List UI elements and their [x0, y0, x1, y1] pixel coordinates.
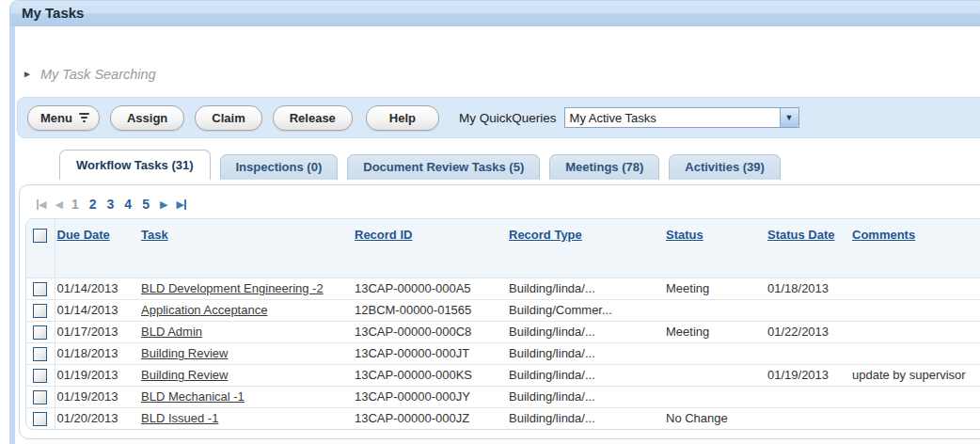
menu-dropdown-icon — [79, 113, 89, 122]
cell-status-date — [766, 299, 850, 321]
cell-status-date — [766, 342, 850, 364]
cell-status-date: 01/19/2013 — [766, 364, 850, 386]
column-header-status-date[interactable]: Status Date — [767, 228, 835, 242]
column-header-task[interactable]: Task — [141, 228, 168, 242]
cell-due-date: 01/18/2013 — [55, 342, 139, 364]
task-link[interactable]: Application Acceptance — [141, 303, 267, 317]
column-header-status[interactable]: Status — [666, 228, 703, 242]
page-number-3[interactable]: 3 — [107, 197, 115, 212]
task-link[interactable]: Building Review — [141, 346, 229, 360]
cell-status-date: 01/18/2013 — [766, 278, 850, 299]
cell-status-date: 01/22/2013 — [766, 321, 850, 342]
task-link[interactable]: Building Review — [141, 368, 229, 382]
page-number-5[interactable]: 5 — [142, 197, 150, 212]
cell-comments: update by supervisor — [850, 364, 980, 386]
page-number-2[interactable]: 2 — [89, 197, 97, 212]
column-header-record-type[interactable]: Record Type — [509, 228, 582, 242]
task-searching-label: My Task Searching — [40, 67, 156, 82]
tab-document-review-tasks[interactable]: Document Review Tasks (5) — [347, 154, 540, 180]
next-page-icon[interactable]: ▶ — [160, 199, 167, 210]
table-row: 01/18/2013 Building Review 13CAP-00000-0… — [26, 342, 980, 364]
cell-due-date: 01/19/2013 — [55, 386, 139, 407]
cell-due-date: 01/20/2013 — [55, 407, 139, 429]
cell-record-id: 13CAP-00000-000JT — [353, 342, 507, 364]
task-link[interactable]: BLD Mechanical -1 — [141, 389, 245, 404]
page-number-1: 1 — [71, 197, 79, 212]
tab-meetings[interactable]: Meetings (78) — [549, 154, 659, 180]
cell-record-type: Building/Commer... — [507, 299, 664, 321]
table-row: 01/19/2013 Building Review 13CAP-00000-0… — [26, 364, 980, 386]
cell-status — [664, 364, 766, 386]
select-arrow-glyph: ▼ — [785, 113, 794, 122]
assign-button[interactable]: Assign — [110, 105, 184, 131]
cell-comments — [850, 299, 980, 321]
cell-status — [664, 342, 766, 364]
cell-comments — [850, 321, 980, 342]
cell-due-date: 01/14/2013 — [55, 299, 139, 321]
help-button[interactable]: Help — [366, 105, 439, 131]
page-titlebar: My Tasks — [9, 0, 980, 26]
panel-left-border — [9, 26, 15, 444]
menu-button[interactable]: Menu — [27, 105, 100, 131]
task-link[interactable]: BLD Development Engineering -2 — [141, 281, 324, 295]
cell-record-type: Building/linda/... — [507, 407, 664, 429]
table-row: 01/19/2013 BLD Mechanical -1 13CAP-00000… — [26, 386, 980, 407]
table-row: 01/20/2013 BLD Issued -1 13CAP-00000-000… — [26, 407, 980, 429]
claim-button[interactable]: Claim — [195, 105, 261, 131]
cell-record-type: Building/linda/... — [507, 278, 664, 299]
task-searching-toggle[interactable]: ► My Task Searching — [23, 67, 156, 82]
last-page-icon[interactable]: ▶ — [176, 199, 185, 210]
table-row: 01/17/2013 BLD Admin 13CAP-00000-000C8 B… — [26, 321, 980, 342]
select-all-checkbox[interactable] — [33, 229, 47, 243]
release-button[interactable]: Release — [273, 105, 353, 131]
column-header-due-date[interactable]: Due Date — [57, 228, 110, 242]
collapse-arrow-icon: ► — [23, 70, 32, 79]
cell-comments — [850, 386, 980, 407]
workflow-tasks-panel: ◀ ◀ 1 2 3 4 5 ▶ ▶ Due Date Task — [19, 184, 980, 439]
task-table-body: 01/14/2013 BLD Development Engineering -… — [26, 278, 980, 429]
cell-record-type: Building/linda/... — [507, 321, 664, 342]
first-page-icon: ◀ — [37, 199, 46, 210]
cell-status: No Change — [664, 407, 766, 429]
cell-record-id: 13CAP-00000-000A5 — [353, 278, 507, 299]
column-header-record-id[interactable]: Record ID — [355, 228, 412, 242]
row-checkbox[interactable] — [33, 390, 47, 404]
page-title: My Tasks — [10, 1, 84, 25]
cell-record-type: Building/linda/... — [507, 386, 664, 407]
tab-workflow-tasks[interactable]: Workflow Tasks (31) — [59, 150, 211, 180]
cell-status-date — [766, 407, 850, 429]
cell-status: Meeting — [664, 321, 766, 342]
task-table: Due Date Task Record ID Record Type Stat… — [25, 218, 980, 430]
toolbar: Menu Assign Claim Release Help My QuickQ… — [17, 97, 980, 138]
table-header-row: Due Date Task Record ID Record Type Stat… — [26, 219, 980, 278]
cell-record-type: Building/linda/... — [507, 342, 664, 364]
column-header-comments[interactable]: Comments — [852, 228, 915, 242]
row-checkbox[interactable] — [33, 304, 47, 318]
tab-activities[interactable]: Activities (39) — [669, 154, 781, 180]
task-link[interactable]: BLD Admin — [141, 325, 202, 339]
cell-due-date: 01/19/2013 — [55, 364, 139, 386]
cell-status — [664, 386, 766, 407]
cell-status-date — [766, 386, 850, 407]
cell-status — [664, 299, 766, 321]
page-number-4[interactable]: 4 — [124, 197, 132, 212]
cell-record-id: 13CAP-00000-000JY — [353, 386, 507, 407]
row-checkbox[interactable] — [33, 282, 47, 296]
table-row: 01/14/2013 Application Acceptance 12BCM-… — [26, 299, 980, 321]
cell-due-date: 01/14/2013 — [55, 278, 139, 299]
cell-comments — [850, 407, 980, 429]
cell-record-id: 13CAP-00000-000C8 — [353, 321, 507, 342]
row-checkbox[interactable] — [33, 412, 47, 426]
row-checkbox[interactable] — [33, 369, 47, 383]
cell-record-id: 12BCM-00000-01565 — [353, 299, 507, 321]
cell-record-id: 13CAP-00000-000JZ — [353, 407, 507, 429]
cell-comments — [850, 342, 980, 364]
my-tasks-page: My Tasks ► My Task Searching Menu Assign… — [0, 0, 980, 444]
quickqueries-select[interactable]: My Active Tasks ▼ — [564, 107, 799, 128]
quickqueries-label: My QuickQueries — [459, 111, 557, 125]
tab-inspections[interactable]: Inspections (0) — [220, 154, 339, 180]
row-checkbox[interactable] — [33, 347, 47, 361]
row-checkbox[interactable] — [33, 325, 47, 340]
task-link[interactable]: BLD Issued -1 — [141, 411, 218, 425]
select-arrow-icon: ▼ — [780, 108, 798, 127]
